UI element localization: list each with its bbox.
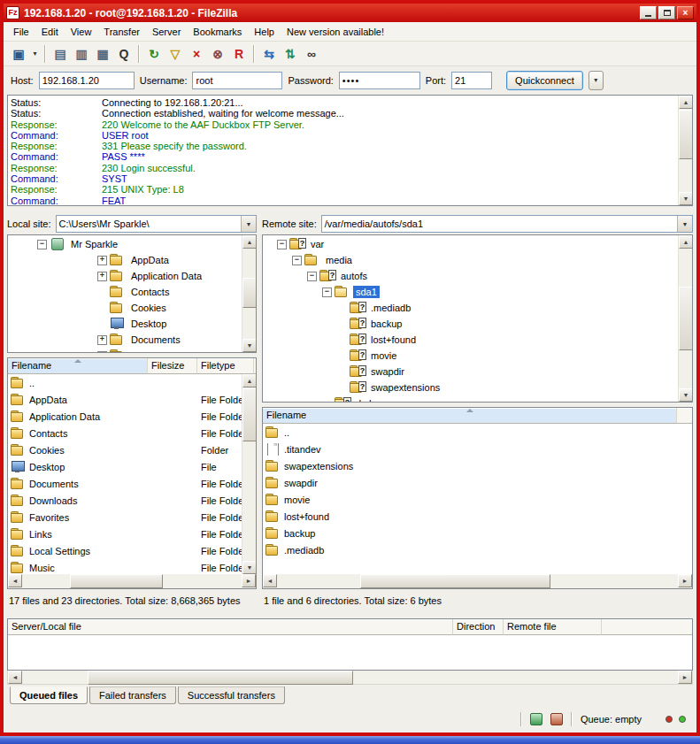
scroll-up-icon[interactable]: ▲ bbox=[679, 96, 693, 109]
tree-item-dvd[interactable]: ?dvd bbox=[264, 395, 677, 403]
quickconnect-button[interactable]: Quickconnect bbox=[506, 71, 583, 90]
cancel-button[interactable]: × bbox=[186, 43, 207, 64]
reconnect-button[interactable]: R bbox=[228, 43, 250, 64]
chevron-down-icon[interactable]: ▼ bbox=[677, 216, 692, 232]
remote-tree-scroll-thumb[interactable] bbox=[679, 287, 693, 350]
scroll-down-icon[interactable]: ▼ bbox=[242, 561, 256, 574]
scroll-left-icon[interactable]: ◄ bbox=[8, 574, 22, 587]
menu-item-file[interactable]: File bbox=[7, 24, 35, 40]
tree-item-movie[interactable]: ?movie bbox=[264, 348, 677, 364]
scroll-left-icon[interactable]: ◄ bbox=[8, 671, 22, 684]
file-row-mediadb[interactable]: .mediadb bbox=[263, 541, 692, 558]
file-row-backup[interactable]: backup bbox=[263, 525, 692, 541]
log-scrollbar[interactable]: ▲ ▼ bbox=[678, 96, 692, 205]
tree-item-swapdir[interactable]: ?swapdir bbox=[264, 364, 677, 380]
tab-successful-transfers[interactable]: Successful transfers bbox=[178, 686, 285, 704]
queue-hscrollbar[interactable]: ◄ ► bbox=[7, 671, 693, 685]
column-header-filetype[interactable]: Filetype bbox=[197, 358, 254, 374]
column-header-server-local-file[interactable]: Server/Local file bbox=[8, 619, 453, 635]
file-row-titandev[interactable]: .titandev bbox=[263, 441, 692, 457]
local-tree-scroll-thumb[interactable] bbox=[242, 278, 257, 308]
expander-plus-icon[interactable]: + bbox=[97, 256, 107, 265]
refresh-button[interactable]: ↻ bbox=[143, 43, 165, 64]
file-row-item[interactable]: .. bbox=[263, 424, 692, 441]
site-manager-button[interactable]: ▣ bbox=[8, 43, 29, 64]
file-row-links[interactable]: LinksFile Folder bbox=[8, 525, 242, 542]
scroll-right-icon[interactable]: ► bbox=[678, 574, 692, 587]
encryption-icon[interactable] bbox=[530, 713, 542, 725]
maximize-button[interactable] bbox=[658, 6, 675, 19]
expander-plus-icon[interactable]: + bbox=[97, 351, 107, 354]
remote-list-hscrollbar[interactable]: ◄ ► bbox=[263, 574, 692, 588]
tree-item-lost-found[interactable]: ?lost+found bbox=[264, 332, 677, 348]
menu-item-edit[interactable]: Edit bbox=[35, 24, 65, 40]
file-row-downloads[interactable]: DownloadsFile Folder bbox=[8, 492, 242, 509]
find-files-button[interactable]: ∞ bbox=[301, 43, 322, 64]
local-site-combo[interactable]: C:\Users\Mr Sparkle\ ▼ bbox=[56, 215, 257, 233]
local-list-hscrollbar[interactable]: ◄ ► bbox=[8, 574, 256, 588]
username-input[interactable] bbox=[192, 72, 282, 89]
tree-item-desktop[interactable]: Desktop bbox=[9, 316, 241, 332]
titlebar[interactable]: Fz 192.168.1.20 - root@192.168.1.20 - Fi… bbox=[4, 4, 696, 22]
synchronized-browsing-button[interactable]: ⇅ bbox=[280, 43, 301, 64]
local-list-scroll-thumb[interactable] bbox=[242, 388, 256, 441]
tree-item-application-data[interactable]: +Application Data bbox=[9, 268, 241, 284]
toggle-remote-tree-button[interactable]: ▦ bbox=[92, 43, 113, 64]
local-tree-scrollbar[interactable]: ▲ ▼ bbox=[242, 235, 256, 352]
scroll-down-icon[interactable]: ▼ bbox=[679, 388, 693, 402]
file-row-favorites[interactable]: FavoritesFile Folder bbox=[8, 509, 242, 525]
expander-minus-icon[interactable]: − bbox=[307, 272, 317, 281]
file-row-application-data[interactable]: Application DataFile Folder bbox=[8, 408, 242, 425]
file-row-swapextensions[interactable]: swapextensions bbox=[263, 457, 692, 474]
tree-item-appdata[interactable]: +AppData bbox=[9, 252, 241, 268]
file-row-cookies[interactable]: CookiesFolder bbox=[8, 441, 242, 458]
expander-minus-icon[interactable]: − bbox=[277, 240, 287, 249]
remote-list-hscroll-thumb[interactable] bbox=[360, 574, 550, 588]
tree-item-cookies[interactable]: Cookies bbox=[9, 300, 241, 316]
local-list-scrollbar[interactable]: ▲ ▼ bbox=[242, 374, 256, 574]
tree-item-downloads[interactable]: +Downloads bbox=[9, 348, 241, 353]
filter-button[interactable]: ▽ bbox=[165, 43, 186, 64]
port-input[interactable] bbox=[451, 72, 492, 89]
file-row-lost-found[interactable]: lost+found bbox=[263, 508, 692, 525]
menu-item-server[interactable]: Server bbox=[146, 24, 187, 40]
queue-hscroll-thumb[interactable] bbox=[88, 671, 353, 685]
expander-minus-icon[interactable]: − bbox=[292, 256, 302, 265]
toggle-local-tree-button[interactable]: ▥ bbox=[71, 43, 92, 64]
column-header-direction[interactable]: Direction bbox=[453, 619, 504, 635]
column-header-remote-file[interactable]: Remote file bbox=[504, 619, 602, 635]
scroll-left-icon[interactable]: ◄ bbox=[263, 574, 277, 587]
menu-item-help[interactable]: Help bbox=[248, 24, 281, 40]
directory-comparison-button[interactable]: ⇆ bbox=[258, 43, 280, 64]
scroll-right-icon[interactable]: ► bbox=[242, 574, 256, 587]
quickconnect-dropdown[interactable]: ▾ bbox=[588, 71, 604, 90]
tree-item-documents[interactable]: +Documents bbox=[9, 332, 241, 348]
tab-queued-files[interactable]: Queued files bbox=[10, 686, 88, 704]
tree-item-mediadb[interactable]: ?.mediadb bbox=[264, 300, 677, 316]
chevron-down-icon[interactable]: ▼ bbox=[241, 216, 256, 232]
password-input[interactable] bbox=[339, 72, 420, 89]
expander-plus-icon[interactable]: + bbox=[97, 272, 107, 281]
log-scroll-thumb[interactable] bbox=[679, 110, 693, 159]
file-row-swapdir[interactable]: swapdir bbox=[263, 474, 692, 491]
file-row-item[interactable]: .. bbox=[8, 374, 242, 391]
expander-plus-icon[interactable]: + bbox=[97, 335, 107, 345]
disconnect-button[interactable]: ⊗ bbox=[207, 43, 228, 64]
tree-item-var[interactable]: −?var bbox=[264, 236, 677, 252]
toggle-queue-button[interactable]: Q bbox=[113, 43, 135, 64]
expander-minus-icon[interactable]: − bbox=[322, 288, 332, 297]
scroll-up-icon[interactable]: ▲ bbox=[242, 374, 256, 387]
toggle-message-log-button[interactable]: ▤ bbox=[50, 43, 71, 64]
scroll-down-icon[interactable]: ▼ bbox=[242, 339, 257, 352]
file-row-appdata[interactable]: AppDataFile Folder bbox=[8, 391, 242, 408]
local-list-hscroll-thumb[interactable] bbox=[70, 574, 163, 588]
tree-item-contacts[interactable]: Contacts bbox=[9, 284, 241, 300]
menu-item-view[interactable]: View bbox=[65, 24, 98, 40]
file-row-movie[interactable]: movie bbox=[263, 491, 692, 508]
remote-tree-scrollbar[interactable]: ▲ ▼ bbox=[678, 235, 692, 402]
menu-item-new-version-available[interactable]: New version available! bbox=[281, 24, 390, 40]
host-input[interactable] bbox=[39, 72, 135, 89]
close-button[interactable]: × bbox=[677, 6, 694, 19]
tree-item-mr-sparkle[interactable]: −Mr Sparkle bbox=[9, 236, 241, 252]
speed-limits-icon[interactable] bbox=[550, 713, 563, 725]
